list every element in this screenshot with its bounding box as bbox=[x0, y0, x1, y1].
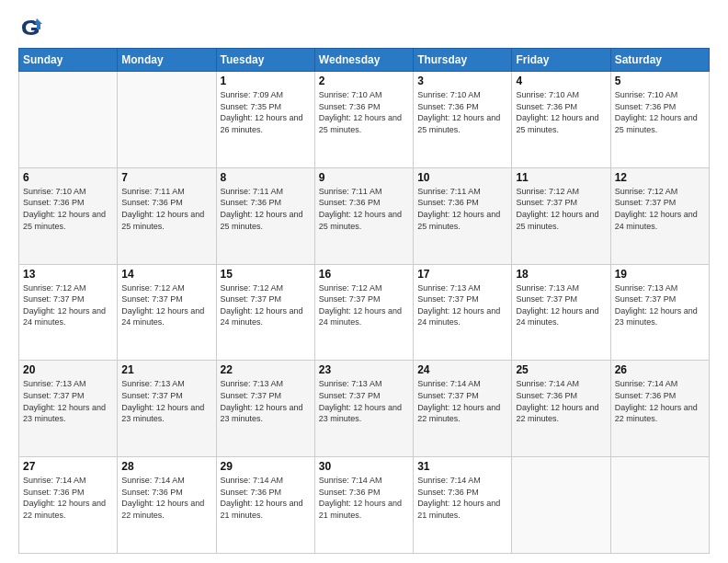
cell-sun-info: Sunrise: 7:14 AM Sunset: 7:36 PM Dayligh… bbox=[319, 475, 409, 521]
calendar-cell: 19Sunrise: 7:13 AM Sunset: 7:37 PM Dayli… bbox=[610, 264, 709, 361]
cell-sun-info: Sunrise: 7:10 AM Sunset: 7:36 PM Dayligh… bbox=[417, 89, 507, 135]
calendar-cell: 10Sunrise: 7:11 AM Sunset: 7:36 PM Dayli… bbox=[414, 167, 512, 264]
day-number: 25 bbox=[516, 363, 606, 376]
cell-sun-info: Sunrise: 7:09 AM Sunset: 7:35 PM Dayligh… bbox=[221, 89, 311, 135]
cell-sun-info: Sunrise: 7:10 AM Sunset: 7:36 PM Dayligh… bbox=[516, 89, 606, 135]
calendar-cell bbox=[19, 72, 118, 168]
day-number: 3 bbox=[417, 75, 507, 87]
cell-sun-info: Sunrise: 7:11 AM Sunset: 7:36 PM Dayligh… bbox=[221, 186, 311, 232]
cell-sun-info: Sunrise: 7:12 AM Sunset: 7:37 PM Dayligh… bbox=[221, 282, 311, 328]
day-number: 5 bbox=[615, 75, 705, 87]
cell-sun-info: Sunrise: 7:14 AM Sunset: 7:37 PM Dayligh… bbox=[417, 378, 507, 424]
calendar-cell: 13Sunrise: 7:12 AM Sunset: 7:37 PM Dayli… bbox=[19, 264, 118, 361]
calendar-cell: 11Sunrise: 7:12 AM Sunset: 7:37 PM Dayli… bbox=[512, 167, 610, 264]
cell-sun-info: Sunrise: 7:12 AM Sunset: 7:37 PM Dayligh… bbox=[615, 186, 705, 232]
day-of-week-header: Saturday bbox=[610, 49, 709, 72]
day-number: 16 bbox=[319, 268, 409, 281]
calendar-cell: 24Sunrise: 7:14 AM Sunset: 7:37 PM Dayli… bbox=[414, 361, 512, 457]
day-number: 27 bbox=[23, 460, 113, 473]
cell-sun-info: Sunrise: 7:14 AM Sunset: 7:36 PM Dayligh… bbox=[417, 475, 507, 521]
header bbox=[18, 15, 710, 40]
cell-sun-info: Sunrise: 7:10 AM Sunset: 7:36 PM Dayligh… bbox=[23, 186, 113, 232]
day-of-week-header: Monday bbox=[118, 49, 216, 72]
day-number: 26 bbox=[615, 363, 705, 376]
cell-sun-info: Sunrise: 7:12 AM Sunset: 7:37 PM Dayligh… bbox=[516, 186, 606, 232]
calendar-cell: 21Sunrise: 7:13 AM Sunset: 7:37 PM Dayli… bbox=[118, 361, 216, 457]
cell-sun-info: Sunrise: 7:13 AM Sunset: 7:37 PM Dayligh… bbox=[221, 378, 311, 424]
day-number: 23 bbox=[319, 363, 409, 376]
cell-sun-info: Sunrise: 7:13 AM Sunset: 7:37 PM Dayligh… bbox=[417, 282, 507, 328]
calendar-cell: 2Sunrise: 7:10 AM Sunset: 7:36 PM Daylig… bbox=[314, 72, 413, 168]
cell-sun-info: Sunrise: 7:13 AM Sunset: 7:37 PM Dayligh… bbox=[23, 378, 113, 424]
calendar-cell bbox=[610, 457, 709, 554]
cell-sun-info: Sunrise: 7:12 AM Sunset: 7:37 PM Dayligh… bbox=[23, 282, 113, 328]
day-number: 15 bbox=[221, 268, 311, 281]
calendar-week-row: 20Sunrise: 7:13 AM Sunset: 7:37 PM Dayli… bbox=[19, 361, 710, 457]
calendar-cell: 20Sunrise: 7:13 AM Sunset: 7:37 PM Dayli… bbox=[19, 361, 118, 457]
day-of-week-header: Sunday bbox=[19, 49, 118, 72]
calendar-cell: 7Sunrise: 7:11 AM Sunset: 7:36 PM Daylig… bbox=[118, 167, 216, 264]
cell-sun-info: Sunrise: 7:14 AM Sunset: 7:36 PM Dayligh… bbox=[516, 378, 606, 424]
calendar-cell: 3Sunrise: 7:10 AM Sunset: 7:36 PM Daylig… bbox=[414, 72, 512, 168]
day-number: 20 bbox=[23, 363, 113, 376]
cell-sun-info: Sunrise: 7:13 AM Sunset: 7:37 PM Dayligh… bbox=[615, 282, 705, 328]
cell-sun-info: Sunrise: 7:13 AM Sunset: 7:37 PM Dayligh… bbox=[121, 378, 211, 424]
cell-sun-info: Sunrise: 7:10 AM Sunset: 7:36 PM Dayligh… bbox=[319, 89, 409, 135]
day-of-week-header: Tuesday bbox=[216, 49, 314, 72]
day-number: 13 bbox=[23, 268, 113, 281]
cell-sun-info: Sunrise: 7:14 AM Sunset: 7:36 PM Dayligh… bbox=[221, 475, 311, 521]
cell-sun-info: Sunrise: 7:12 AM Sunset: 7:37 PM Dayligh… bbox=[319, 282, 409, 328]
calendar-cell: 6Sunrise: 7:10 AM Sunset: 7:36 PM Daylig… bbox=[19, 167, 118, 264]
cell-sun-info: Sunrise: 7:11 AM Sunset: 7:36 PM Dayligh… bbox=[319, 186, 409, 232]
calendar-cell: 30Sunrise: 7:14 AM Sunset: 7:36 PM Dayli… bbox=[314, 457, 413, 554]
cell-sun-info: Sunrise: 7:11 AM Sunset: 7:36 PM Dayligh… bbox=[121, 186, 211, 232]
day-number: 2 bbox=[319, 75, 409, 87]
calendar-week-row: 27Sunrise: 7:14 AM Sunset: 7:36 PM Dayli… bbox=[19, 457, 710, 554]
calendar-cell: 14Sunrise: 7:12 AM Sunset: 7:37 PM Dayli… bbox=[118, 264, 216, 361]
cell-sun-info: Sunrise: 7:12 AM Sunset: 7:37 PM Dayligh… bbox=[121, 282, 211, 328]
logo bbox=[18, 15, 48, 40]
calendar-table: SundayMondayTuesdayWednesdayThursdayFrid… bbox=[18, 48, 710, 554]
cell-sun-info: Sunrise: 7:14 AM Sunset: 7:36 PM Dayligh… bbox=[121, 475, 211, 521]
calendar-cell: 22Sunrise: 7:13 AM Sunset: 7:37 PM Dayli… bbox=[216, 361, 314, 457]
day-of-week-header: Wednesday bbox=[314, 49, 413, 72]
cell-sun-info: Sunrise: 7:13 AM Sunset: 7:37 PM Dayligh… bbox=[319, 378, 409, 424]
calendar-cell: 8Sunrise: 7:11 AM Sunset: 7:36 PM Daylig… bbox=[216, 167, 314, 264]
calendar-cell: 29Sunrise: 7:14 AM Sunset: 7:36 PM Dayli… bbox=[216, 457, 314, 554]
cell-sun-info: Sunrise: 7:10 AM Sunset: 7:36 PM Dayligh… bbox=[615, 89, 705, 135]
calendar-cell: 18Sunrise: 7:13 AM Sunset: 7:37 PM Dayli… bbox=[512, 264, 610, 361]
day-number: 8 bbox=[221, 171, 311, 184]
cell-sun-info: Sunrise: 7:14 AM Sunset: 7:36 PM Dayligh… bbox=[615, 378, 705, 424]
day-number: 12 bbox=[615, 171, 705, 184]
day-number: 28 bbox=[121, 460, 211, 473]
calendar-cell: 16Sunrise: 7:12 AM Sunset: 7:37 PM Dayli… bbox=[314, 264, 413, 361]
day-number: 1 bbox=[221, 75, 311, 87]
calendar-cell bbox=[118, 72, 216, 168]
calendar-cell: 26Sunrise: 7:14 AM Sunset: 7:36 PM Dayli… bbox=[610, 361, 709, 457]
calendar-cell: 17Sunrise: 7:13 AM Sunset: 7:37 PM Dayli… bbox=[414, 264, 512, 361]
calendar-cell: 4Sunrise: 7:10 AM Sunset: 7:36 PM Daylig… bbox=[512, 72, 610, 168]
day-number: 22 bbox=[221, 363, 311, 376]
calendar-cell: 31Sunrise: 7:14 AM Sunset: 7:36 PM Dayli… bbox=[414, 457, 512, 554]
calendar-cell: 23Sunrise: 7:13 AM Sunset: 7:37 PM Dayli… bbox=[314, 361, 413, 457]
calendar-cell: 5Sunrise: 7:10 AM Sunset: 7:36 PM Daylig… bbox=[610, 72, 709, 168]
day-number: 4 bbox=[516, 75, 606, 87]
day-of-week-header: Thursday bbox=[414, 49, 512, 72]
day-number: 14 bbox=[121, 268, 211, 281]
calendar-cell: 28Sunrise: 7:14 AM Sunset: 7:36 PM Dayli… bbox=[118, 457, 216, 554]
calendar-week-row: 13Sunrise: 7:12 AM Sunset: 7:37 PM Dayli… bbox=[19, 264, 710, 361]
day-number: 10 bbox=[417, 171, 507, 184]
cell-sun-info: Sunrise: 7:11 AM Sunset: 7:36 PM Dayligh… bbox=[417, 186, 507, 232]
calendar-cell: 12Sunrise: 7:12 AM Sunset: 7:37 PM Dayli… bbox=[610, 167, 709, 264]
calendar-cell: 9Sunrise: 7:11 AM Sunset: 7:36 PM Daylig… bbox=[314, 167, 413, 264]
calendar-week-row: 1Sunrise: 7:09 AM Sunset: 7:35 PM Daylig… bbox=[19, 72, 710, 168]
day-number: 24 bbox=[417, 363, 507, 376]
calendar-cell: 27Sunrise: 7:14 AM Sunset: 7:36 PM Dayli… bbox=[19, 457, 118, 554]
day-number: 29 bbox=[221, 460, 311, 473]
calendar-cell: 1Sunrise: 7:09 AM Sunset: 7:35 PM Daylig… bbox=[216, 72, 314, 168]
cell-sun-info: Sunrise: 7:13 AM Sunset: 7:37 PM Dayligh… bbox=[516, 282, 606, 328]
day-number: 11 bbox=[516, 171, 606, 184]
day-number: 7 bbox=[121, 171, 211, 184]
cell-sun-info: Sunrise: 7:14 AM Sunset: 7:36 PM Dayligh… bbox=[23, 475, 113, 521]
page: SundayMondayTuesdayWednesdayThursdayFrid… bbox=[0, 0, 728, 563]
